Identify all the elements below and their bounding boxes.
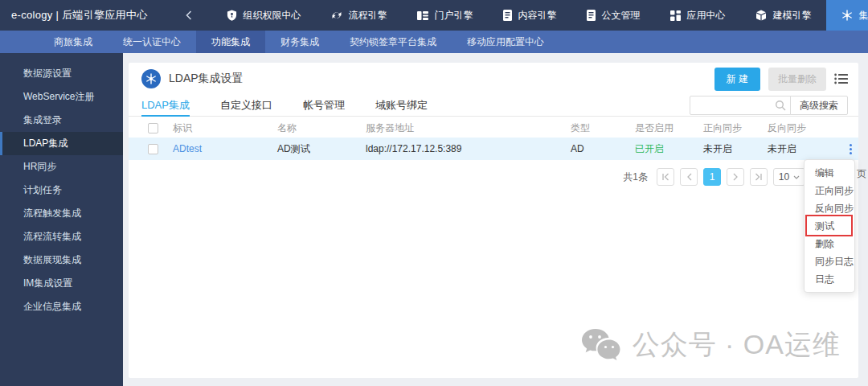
tab-ldap[interactable]: LDAP集成 xyxy=(141,95,190,117)
menu-item-forward-sync[interactable]: 正向同步 xyxy=(805,182,854,199)
sidebar-item-datasource[interactable]: 数据源设置 xyxy=(0,62,123,85)
topnav-item-content[interactable]: 内容引擎 xyxy=(488,0,571,31)
col-type: 类型 xyxy=(571,121,635,135)
ldap-settings-panel: LDAP集成设置 新 建 批量删除 LDAP集成 自定义接口 帐号管理 域账号绑… xyxy=(129,63,858,378)
search-icon xyxy=(775,100,786,111)
pagination: 共1条 1 10 xyxy=(129,168,858,186)
col-id: 标识 xyxy=(173,121,277,135)
subnav-item-mobile-config[interactable]: 移动应用配置中心 xyxy=(452,31,559,53)
sidebar-item-webservice[interactable]: WebService注册 xyxy=(0,85,123,109)
row-context-menu: 编辑 正向同步 反向同步 测试 删除 同步日志 日志 xyxy=(804,159,855,293)
topnav-label: 组织权限中心 xyxy=(243,9,301,23)
menu-item-delete[interactable]: 删除 xyxy=(805,235,854,253)
topnav-label: 集成中心 xyxy=(858,9,868,23)
content-area: LDAP集成设置 新 建 批量删除 LDAP集成 自定义接口 帐号管理 域账号绑… xyxy=(123,53,868,386)
workflow-icon xyxy=(331,10,342,21)
per-page-value: 10 xyxy=(779,171,789,183)
nav-back-chevron[interactable] xyxy=(181,0,197,31)
sidebar-item-ldap[interactable]: LDAP集成 xyxy=(0,132,123,155)
portal-icon xyxy=(417,10,428,21)
first-page-button[interactable] xyxy=(657,168,674,186)
topnav-item-apps[interactable]: 应用中心 xyxy=(655,0,740,31)
sidebar-item-im-settings[interactable]: IM集成设置 xyxy=(0,272,123,295)
top-app-bar: e-cology | 后端引擎应用中心 组织权限中心 流程引擎 门户引擎 xyxy=(0,0,868,31)
cube-icon xyxy=(755,10,767,21)
row-enabled-status: 已开启 xyxy=(635,142,703,156)
next-page-button[interactable] xyxy=(727,168,744,186)
sidebar-item-scheduled-task[interactable]: 计划任务 xyxy=(0,179,123,202)
row-checkbox[interactable] xyxy=(148,144,158,154)
batch-delete-button[interactable]: 批量删除 xyxy=(768,68,826,91)
watermark: 公众号 · OA运维 xyxy=(580,326,841,363)
sidebar-item-workflow-trigger[interactable]: 流程触发集成 xyxy=(0,202,123,225)
list-view-button[interactable] xyxy=(834,73,848,84)
col-reverse-sync: 反向同步 xyxy=(768,121,844,135)
topnav-label: 门户引擎 xyxy=(434,9,473,23)
table-row[interactable]: ADtest AD测试 ldap://172.17.12.5:389 AD 已开… xyxy=(129,138,858,160)
row-name: AD测试 xyxy=(277,142,366,156)
sidebar-item-data-display[interactable]: 数据展现集成 xyxy=(0,248,123,272)
subnav-item-travel[interactable]: 商旅集成 xyxy=(39,31,108,53)
tab-account-mgmt[interactable]: 帐号管理 xyxy=(303,95,345,117)
advanced-search-button[interactable]: 高级搜索 xyxy=(790,96,848,115)
menu-item-reverse-sync[interactable]: 反向同步 xyxy=(805,199,854,217)
list-icon xyxy=(834,73,848,84)
watermark-text: 公众号 · OA运维 xyxy=(633,326,841,363)
prev-page-button[interactable] xyxy=(680,168,698,186)
topnav-item-portal[interactable]: 门户引擎 xyxy=(402,0,488,31)
table-header-row: 标识 名称 服务器地址 类型 是否启用 正向同步 反向同步 xyxy=(129,119,858,138)
sub-nav: 商旅集成 统一认证中心 功能集成 财务集成 契约锁签章平台集成 移动应用配置中心 xyxy=(0,31,868,53)
wechat-icon xyxy=(580,327,622,363)
row-server: ldap://172.17.12.5:389 xyxy=(366,143,571,154)
topnav-item-workflow[interactable]: 流程引擎 xyxy=(316,0,402,31)
tab-custom-api[interactable]: 自定义接口 xyxy=(220,95,272,117)
col-enabled: 是否启用 xyxy=(635,121,703,135)
topnav-item-integration[interactable]: 集成中心 xyxy=(826,0,868,31)
header-actions: 新 建 批量删除 xyxy=(714,68,848,91)
per-page-select[interactable]: 10 xyxy=(773,168,805,186)
tabs-toolbar: LDAP集成 自定义接口 帐号管理 域账号绑定 高级搜索 xyxy=(129,95,858,117)
last-page-button[interactable] xyxy=(750,168,768,186)
subnav-item-finance[interactable]: 财务集成 xyxy=(265,31,334,53)
row-reverse-sync-status: 未开启 xyxy=(768,142,844,156)
page-title: LDAP集成设置 xyxy=(169,72,244,86)
document-icon xyxy=(503,10,512,21)
topnav-item-official-doc[interactable]: 公文管理 xyxy=(571,0,655,31)
col-name: 名称 xyxy=(277,121,366,135)
page-number-button[interactable]: 1 xyxy=(703,168,721,186)
topnav-item-modeling[interactable]: 建模引擎 xyxy=(740,0,826,31)
sidebar-item-workflow-flow[interactable]: 流程流转集成 xyxy=(0,225,123,248)
row-actions-menu-button[interactable] xyxy=(845,144,855,154)
app-brand: e-cology | 后端引擎应用中心 xyxy=(0,0,147,31)
row-id-link[interactable]: ADtest xyxy=(173,143,277,154)
panel-header: LDAP集成设置 新 建 批量删除 xyxy=(129,63,858,95)
menu-item-sync-log[interactable]: 同步日志 xyxy=(805,253,854,270)
new-button[interactable]: 新 建 xyxy=(714,68,760,91)
sidebar-item-sso-login[interactable]: 集成登录 xyxy=(0,109,123,132)
menu-item-test-label: 测试 xyxy=(815,220,834,232)
pagination-total: 共1条 xyxy=(623,170,648,184)
top-nav: 组织权限中心 流程引擎 门户引擎 内容引擎 公文管理 xyxy=(211,0,868,31)
menu-item-log[interactable]: 日志 xyxy=(805,270,854,288)
topnav-item-org[interactable]: 组织权限中心 xyxy=(211,0,316,31)
col-server: 服务器地址 xyxy=(366,121,571,135)
sidebar-item-hr-sync[interactable]: HR同步 xyxy=(0,155,123,179)
sidebar: 数据源设置 WebService注册 集成登录 LDAP集成 HR同步 计划任务… xyxy=(0,53,123,386)
chevron-left-icon xyxy=(186,10,192,20)
apps-grid-icon xyxy=(670,10,681,21)
subnav-item-function[interactable]: 功能集成 xyxy=(196,31,265,53)
menu-item-test[interactable]: 测试 xyxy=(805,217,854,235)
subnav-item-qiyuesuo[interactable]: 契约锁签章平台集成 xyxy=(334,31,452,53)
topnav-label: 流程引擎 xyxy=(348,9,387,23)
per-page-suffix: 页 xyxy=(857,167,866,181)
menu-item-edit[interactable]: 编辑 xyxy=(805,164,854,182)
sidebar-item-enterprise-info[interactable]: 企业信息集成 xyxy=(0,295,123,318)
tab-domain-account-bind[interactable]: 域账号绑定 xyxy=(375,95,428,117)
topnav-label: 内容引擎 xyxy=(518,9,556,23)
integration-icon xyxy=(141,69,161,88)
topnav-label: 建模引擎 xyxy=(772,9,811,23)
topnav-label: 公文管理 xyxy=(601,9,640,23)
document-icon xyxy=(587,10,596,21)
select-all-checkbox[interactable] xyxy=(148,123,158,133)
subnav-item-auth-center[interactable]: 统一认证中心 xyxy=(108,31,196,53)
